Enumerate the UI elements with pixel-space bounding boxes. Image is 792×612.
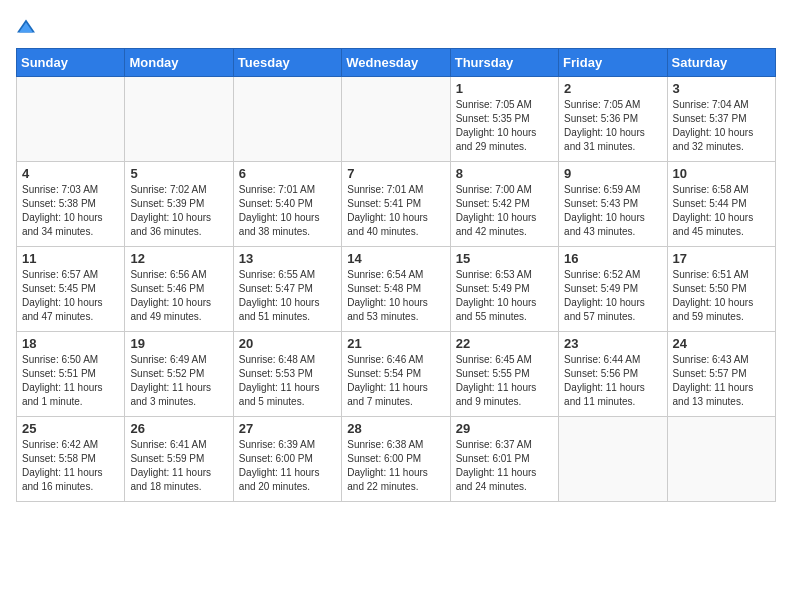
day-number: 25: [22, 421, 119, 436]
day-info: Sunrise: 6:45 AM Sunset: 5:55 PM Dayligh…: [456, 353, 553, 409]
day-header-saturday: Saturday: [667, 49, 775, 77]
calendar-cell: 14Sunrise: 6:54 AM Sunset: 5:48 PM Dayli…: [342, 247, 450, 332]
calendar-table: SundayMondayTuesdayWednesdayThursdayFrid…: [16, 48, 776, 502]
calendar-cell: [667, 417, 775, 502]
day-info: Sunrise: 6:37 AM Sunset: 6:01 PM Dayligh…: [456, 438, 553, 494]
calendar-week-3: 11Sunrise: 6:57 AM Sunset: 5:45 PM Dayli…: [17, 247, 776, 332]
day-info: Sunrise: 6:44 AM Sunset: 5:56 PM Dayligh…: [564, 353, 661, 409]
calendar-cell: 5Sunrise: 7:02 AM Sunset: 5:39 PM Daylig…: [125, 162, 233, 247]
day-header-tuesday: Tuesday: [233, 49, 341, 77]
calendar-cell: [233, 77, 341, 162]
day-info: Sunrise: 6:43 AM Sunset: 5:57 PM Dayligh…: [673, 353, 770, 409]
calendar-cell: 19Sunrise: 6:49 AM Sunset: 5:52 PM Dayli…: [125, 332, 233, 417]
logo-icon: [16, 16, 36, 36]
page-header: [16, 16, 776, 36]
calendar-cell: 12Sunrise: 6:56 AM Sunset: 5:46 PM Dayli…: [125, 247, 233, 332]
day-info: Sunrise: 6:49 AM Sunset: 5:52 PM Dayligh…: [130, 353, 227, 409]
day-number: 12: [130, 251, 227, 266]
day-info: Sunrise: 6:51 AM Sunset: 5:50 PM Dayligh…: [673, 268, 770, 324]
day-number: 26: [130, 421, 227, 436]
day-header-thursday: Thursday: [450, 49, 558, 77]
day-info: Sunrise: 7:00 AM Sunset: 5:42 PM Dayligh…: [456, 183, 553, 239]
calendar-cell: 27Sunrise: 6:39 AM Sunset: 6:00 PM Dayli…: [233, 417, 341, 502]
calendar-cell: 2Sunrise: 7:05 AM Sunset: 5:36 PM Daylig…: [559, 77, 667, 162]
calendar-cell: [125, 77, 233, 162]
day-number: 27: [239, 421, 336, 436]
day-number: 19: [130, 336, 227, 351]
day-info: Sunrise: 7:05 AM Sunset: 5:36 PM Dayligh…: [564, 98, 661, 154]
day-number: 21: [347, 336, 444, 351]
calendar-cell: 24Sunrise: 6:43 AM Sunset: 5:57 PM Dayli…: [667, 332, 775, 417]
day-number: 8: [456, 166, 553, 181]
day-header-friday: Friday: [559, 49, 667, 77]
day-number: 20: [239, 336, 336, 351]
calendar-cell: 6Sunrise: 7:01 AM Sunset: 5:40 PM Daylig…: [233, 162, 341, 247]
day-number: 28: [347, 421, 444, 436]
calendar-cell: 7Sunrise: 7:01 AM Sunset: 5:41 PM Daylig…: [342, 162, 450, 247]
day-info: Sunrise: 7:01 AM Sunset: 5:40 PM Dayligh…: [239, 183, 336, 239]
calendar-cell: 4Sunrise: 7:03 AM Sunset: 5:38 PM Daylig…: [17, 162, 125, 247]
day-info: Sunrise: 6:56 AM Sunset: 5:46 PM Dayligh…: [130, 268, 227, 324]
day-info: Sunrise: 6:58 AM Sunset: 5:44 PM Dayligh…: [673, 183, 770, 239]
calendar-cell: 15Sunrise: 6:53 AM Sunset: 5:49 PM Dayli…: [450, 247, 558, 332]
day-number: 1: [456, 81, 553, 96]
day-number: 3: [673, 81, 770, 96]
calendar-week-2: 4Sunrise: 7:03 AM Sunset: 5:38 PM Daylig…: [17, 162, 776, 247]
day-number: 5: [130, 166, 227, 181]
calendar-cell: 10Sunrise: 6:58 AM Sunset: 5:44 PM Dayli…: [667, 162, 775, 247]
calendar-week-1: 1Sunrise: 7:05 AM Sunset: 5:35 PM Daylig…: [17, 77, 776, 162]
day-number: 18: [22, 336, 119, 351]
day-info: Sunrise: 7:02 AM Sunset: 5:39 PM Dayligh…: [130, 183, 227, 239]
calendar-cell: 22Sunrise: 6:45 AM Sunset: 5:55 PM Dayli…: [450, 332, 558, 417]
day-number: 29: [456, 421, 553, 436]
day-number: 11: [22, 251, 119, 266]
calendar-cell: [17, 77, 125, 162]
calendar-week-4: 18Sunrise: 6:50 AM Sunset: 5:51 PM Dayli…: [17, 332, 776, 417]
day-info: Sunrise: 7:03 AM Sunset: 5:38 PM Dayligh…: [22, 183, 119, 239]
day-info: Sunrise: 6:38 AM Sunset: 6:00 PM Dayligh…: [347, 438, 444, 494]
calendar-cell: 21Sunrise: 6:46 AM Sunset: 5:54 PM Dayli…: [342, 332, 450, 417]
day-info: Sunrise: 6:42 AM Sunset: 5:58 PM Dayligh…: [22, 438, 119, 494]
calendar-cell: [559, 417, 667, 502]
day-number: 13: [239, 251, 336, 266]
day-number: 2: [564, 81, 661, 96]
calendar-cell: 11Sunrise: 6:57 AM Sunset: 5:45 PM Dayli…: [17, 247, 125, 332]
day-header-wednesday: Wednesday: [342, 49, 450, 77]
calendar-cell: 28Sunrise: 6:38 AM Sunset: 6:00 PM Dayli…: [342, 417, 450, 502]
day-info: Sunrise: 6:55 AM Sunset: 5:47 PM Dayligh…: [239, 268, 336, 324]
day-header-monday: Monday: [125, 49, 233, 77]
calendar-cell: [342, 77, 450, 162]
day-info: Sunrise: 6:50 AM Sunset: 5:51 PM Dayligh…: [22, 353, 119, 409]
calendar-cell: 20Sunrise: 6:48 AM Sunset: 5:53 PM Dayli…: [233, 332, 341, 417]
calendar-cell: 26Sunrise: 6:41 AM Sunset: 5:59 PM Dayli…: [125, 417, 233, 502]
day-info: Sunrise: 6:46 AM Sunset: 5:54 PM Dayligh…: [347, 353, 444, 409]
day-info: Sunrise: 6:54 AM Sunset: 5:48 PM Dayligh…: [347, 268, 444, 324]
day-info: Sunrise: 6:57 AM Sunset: 5:45 PM Dayligh…: [22, 268, 119, 324]
day-number: 7: [347, 166, 444, 181]
calendar-cell: 16Sunrise: 6:52 AM Sunset: 5:49 PM Dayli…: [559, 247, 667, 332]
calendar-cell: 9Sunrise: 6:59 AM Sunset: 5:43 PM Daylig…: [559, 162, 667, 247]
day-info: Sunrise: 6:41 AM Sunset: 5:59 PM Dayligh…: [130, 438, 227, 494]
calendar-cell: 3Sunrise: 7:04 AM Sunset: 5:37 PM Daylig…: [667, 77, 775, 162]
day-number: 15: [456, 251, 553, 266]
calendar-cell: 23Sunrise: 6:44 AM Sunset: 5:56 PM Dayli…: [559, 332, 667, 417]
day-info: Sunrise: 6:53 AM Sunset: 5:49 PM Dayligh…: [456, 268, 553, 324]
day-header-sunday: Sunday: [17, 49, 125, 77]
calendar-cell: 17Sunrise: 6:51 AM Sunset: 5:50 PM Dayli…: [667, 247, 775, 332]
calendar-cell: 25Sunrise: 6:42 AM Sunset: 5:58 PM Dayli…: [17, 417, 125, 502]
day-number: 9: [564, 166, 661, 181]
day-info: Sunrise: 6:48 AM Sunset: 5:53 PM Dayligh…: [239, 353, 336, 409]
day-number: 4: [22, 166, 119, 181]
day-number: 22: [456, 336, 553, 351]
calendar-cell: 1Sunrise: 7:05 AM Sunset: 5:35 PM Daylig…: [450, 77, 558, 162]
calendar-cell: 13Sunrise: 6:55 AM Sunset: 5:47 PM Dayli…: [233, 247, 341, 332]
calendar-week-5: 25Sunrise: 6:42 AM Sunset: 5:58 PM Dayli…: [17, 417, 776, 502]
day-number: 6: [239, 166, 336, 181]
logo: [16, 16, 40, 36]
day-info: Sunrise: 7:01 AM Sunset: 5:41 PM Dayligh…: [347, 183, 444, 239]
calendar-cell: 18Sunrise: 6:50 AM Sunset: 5:51 PM Dayli…: [17, 332, 125, 417]
day-number: 23: [564, 336, 661, 351]
day-info: Sunrise: 7:04 AM Sunset: 5:37 PM Dayligh…: [673, 98, 770, 154]
day-number: 10: [673, 166, 770, 181]
header-row: SundayMondayTuesdayWednesdayThursdayFrid…: [17, 49, 776, 77]
